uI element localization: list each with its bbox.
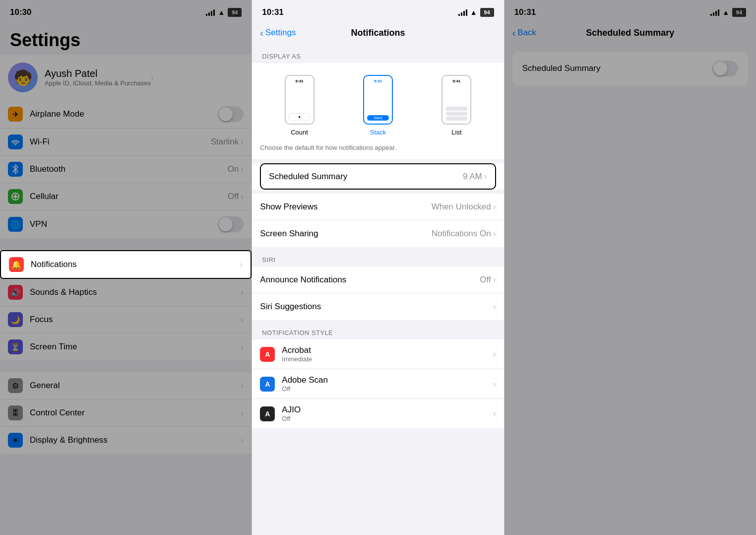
- display-section-header: DISPLAY AS: [252, 44, 504, 63]
- adobescan-chevron: ›: [493, 379, 496, 389]
- count-mockup: 9:41 ●: [285, 75, 315, 125]
- row-siri-suggestions[interactable]: Siri Suggestions ›: [252, 293, 504, 320]
- scheduled-summary-row[interactable]: Scheduled Summary 9 AM ›: [260, 163, 496, 190]
- acrobat-sub: Immediate: [282, 355, 493, 363]
- controlcenter-label: Control Center: [30, 408, 241, 418]
- battery-icon-2: 94: [480, 8, 494, 17]
- acrobat-chevron: ›: [493, 349, 496, 359]
- notif-style-body: A Acrobat Immediate › A Adobe Scan Off ›…: [252, 339, 504, 428]
- row-ajio[interactable]: A AJIO Off ›: [252, 399, 504, 428]
- row-notifications[interactable]: 🔔 Notifications ›: [0, 250, 252, 279]
- display-option-count[interactable]: 9:41 ● Count: [285, 75, 315, 136]
- row-controlcenter[interactable]: 🎛 Control Center ›: [0, 400, 252, 427]
- svg-point-1: [14, 195, 17, 198]
- row-announce-notif[interactable]: Announce Notifications Off ›: [252, 267, 504, 293]
- row-vpn[interactable]: 🌐 VPN: [0, 210, 252, 238]
- battery-icon-1: 94: [228, 8, 242, 17]
- vpn-toggle[interactable]: [218, 216, 244, 232]
- back-to-settings[interactable]: ‹ Settings: [260, 28, 296, 38]
- settings-title: Settings: [0, 22, 252, 55]
- scheduled-summary-time: 9 AM: [463, 172, 482, 182]
- scheduled-summary-card-label: Scheduled Summary: [522, 64, 601, 73]
- status-bar-3: 10:31 ▲ 94: [504, 0, 756, 22]
- screen-sharing-right: Notifications On ›: [432, 229, 496, 239]
- ajio-sub: Off: [282, 415, 493, 422]
- airplane-mode-label: Airplane Mode: [30, 109, 218, 119]
- announce-notif-right: Off ›: [480, 274, 496, 285]
- status-time-3: 10:31: [514, 7, 536, 17]
- sounds-label: Sounds & Haptics: [30, 287, 241, 297]
- display-option-list[interactable]: 9:41 List: [441, 75, 471, 136]
- notifications-icon: 🔔: [9, 257, 24, 272]
- profile-info: Ayush Patel Apple ID, iCloud, Media & Pu…: [45, 68, 151, 87]
- wifi-label: Wi-Fi: [30, 137, 211, 147]
- panel-settings: 10:30 ▲ 94 Settings 🧒 Ayush Patel Apple …: [0, 0, 252, 535]
- previews-section: Show Previews When Unlocked › Screen Sha…: [252, 194, 504, 247]
- airplane-mode-toggle[interactable]: [218, 106, 244, 122]
- row-sounds[interactable]: 🔊 Sounds & Haptics ›: [0, 279, 252, 306]
- row-cellular[interactable]: Cellular Off ›: [0, 183, 252, 210]
- status-icons-3: ▲ 94: [710, 8, 746, 17]
- back-label: Settings: [265, 28, 296, 38]
- row-focus[interactable]: 🌙 Focus ›: [0, 306, 252, 334]
- cellular-right: Off ›: [228, 192, 244, 202]
- notifications-scroll[interactable]: DISPLAY AS 9:41 ● Count 9:41 Stack: [252, 44, 504, 535]
- scheduled-scroll[interactable]: Scheduled Summary: [504, 44, 756, 535]
- wifi-icon-3: ▲: [722, 8, 729, 16]
- wifi-right: Starlink ›: [211, 137, 244, 147]
- panel-notifications: 10:31 ▲ 94 ‹ Settings Notifications DISP…: [252, 0, 504, 535]
- row-screen-sharing[interactable]: Screen Sharing Notifications On ›: [252, 220, 504, 247]
- stack-mockup: 9:41 Stack: [363, 75, 393, 125]
- row-acrobat[interactable]: A Acrobat Immediate ›: [252, 339, 504, 369]
- scheduled-summary-chevron: ›: [484, 171, 487, 182]
- settings-group-2-body: 🔔 Notifications › 🔊 Sounds & Haptics ›: [0, 250, 252, 360]
- back-chevron: ‹: [260, 28, 263, 38]
- bluetooth-right: On ›: [228, 164, 244, 175]
- display-option-stack[interactable]: 9:41 Stack Stack: [363, 75, 393, 136]
- profile-name: Ayush Patel: [45, 68, 151, 79]
- settings-scroll[interactable]: Settings 🧒 Ayush Patel Apple ID, iCloud,…: [0, 22, 252, 535]
- row-screentime[interactable]: ⏳ Screen Time ›: [0, 334, 252, 360]
- show-previews-chevron: ›: [493, 201, 496, 212]
- wifi-chevron: ›: [241, 137, 244, 147]
- screentime-chevron: ›: [241, 342, 244, 352]
- wifi-settings-icon: [8, 134, 23, 149]
- settings-group-3: ⚙ General › 🎛 Control Center › ☀: [0, 372, 252, 454]
- scheduled-summary-label: Scheduled Summary: [269, 172, 347, 182]
- row-show-previews[interactable]: Show Previews When Unlocked ›: [252, 194, 504, 220]
- adobescan-sub: Off: [282, 385, 493, 393]
- airplane-mode-icon: ✈: [8, 107, 23, 122]
- status-icons-2: ▲ 94: [458, 8, 494, 17]
- count-label: Count: [291, 129, 308, 136]
- screentime-label: Screen Time: [30, 342, 241, 352]
- status-icons-1: ▲ 94: [206, 8, 242, 17]
- show-previews-label: Show Previews: [260, 202, 431, 212]
- nav-bar-scheduled: ‹ Back Scheduled Summary: [504, 22, 756, 44]
- stack-label: Stack: [370, 129, 386, 136]
- status-time-1: 10:30: [10, 7, 31, 17]
- row-general[interactable]: ⚙ General ›: [0, 372, 252, 400]
- row-airplane-mode[interactable]: ✈ Airplane Mode: [0, 100, 252, 129]
- notifications-nav-title: Notifications: [351, 28, 405, 38]
- siri-section-body: Announce Notifications Off › Siri Sugges…: [252, 267, 504, 320]
- acrobat-label: Acrobat: [282, 345, 493, 355]
- sounds-icon: 🔊: [8, 285, 23, 300]
- notifications-chevron: ›: [240, 260, 243, 270]
- row-display[interactable]: ☀ Display & Brightness ›: [0, 427, 252, 454]
- profile-row[interactable]: 🧒 Ayush Patel Apple ID, iCloud, Media & …: [0, 55, 252, 100]
- adobescan-icon: A: [260, 377, 275, 392]
- display-label: Display & Brightness: [30, 435, 241, 445]
- avatar: 🧒: [8, 63, 38, 92]
- cellular-label: Cellular: [30, 192, 228, 201]
- wifi-icon-2: ▲: [470, 8, 477, 16]
- row-wifi[interactable]: Wi-Fi Starlink ›: [0, 129, 252, 156]
- status-bar-2: 10:31 ▲ 94: [252, 0, 504, 22]
- bluetooth-icon: [8, 162, 23, 177]
- row-bluetooth[interactable]: Bluetooth On ›: [0, 156, 252, 183]
- back-to-notifications[interactable]: ‹ Back: [512, 28, 536, 38]
- scheduled-summary-toggle[interactable]: [712, 61, 738, 76]
- back-chevron-3: ‹: [512, 28, 516, 38]
- display-chevron: ›: [241, 435, 244, 446]
- announce-notif-label: Announce Notifications: [260, 275, 480, 285]
- row-adobe-scan[interactable]: A Adobe Scan Off ›: [252, 369, 504, 399]
